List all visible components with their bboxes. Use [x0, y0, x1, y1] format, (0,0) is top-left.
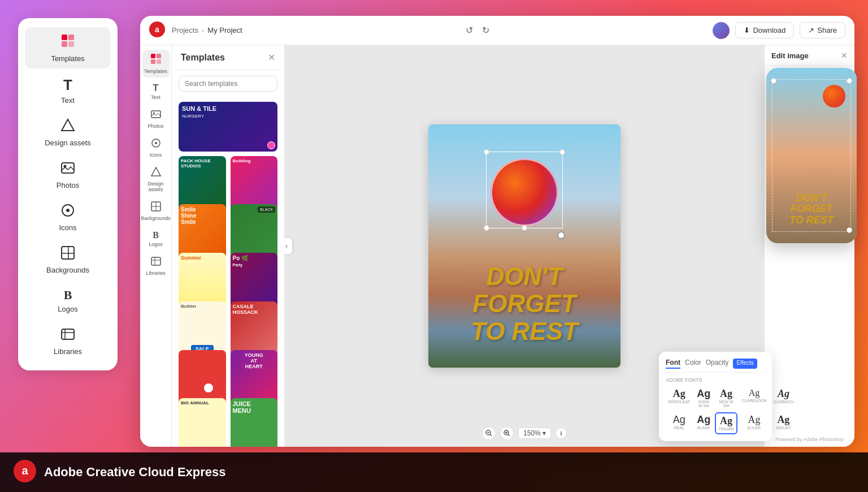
- rotate-handle[interactable]: [557, 231, 565, 239]
- zoom-level-display[interactable]: 150% ▾: [518, 428, 551, 439]
- nav-backgrounds[interactable]: Backgrounds: [142, 198, 170, 225]
- photos-icon: [60, 161, 75, 179]
- font-name-4: SLIMBACH: [773, 400, 793, 404]
- nav-design-assets-icon: [151, 167, 161, 180]
- sidebar-item-backgrounds[interactable]: Backgrounds: [25, 240, 111, 280]
- font-name-2: NEW W SM: [717, 400, 735, 408]
- font-sample-3: Ag: [749, 389, 760, 398]
- tab-opacity[interactable]: Opacity: [706, 359, 729, 369]
- font-name-9: SINLAIT: [776, 426, 791, 430]
- nav-logos[interactable]: B Logos: [142, 227, 170, 251]
- selection-box: [486, 152, 563, 228]
- download-label: Download: [753, 26, 785, 34]
- nav-design-assets[interactable]: Design assets: [142, 163, 170, 196]
- font-name-1: SUNN W SM: [697, 400, 710, 408]
- template-item-sun-tile[interactable]: SUN & TILENURSERY: [179, 102, 277, 152]
- svg-marker-4: [62, 119, 74, 131]
- undo-button[interactable]: ↺: [462, 23, 476, 38]
- powered-by-text: Powered by Adobe Photoshop: [775, 437, 844, 442]
- nav-photos[interactable]: Photos: [142, 106, 170, 132]
- phone-screen: DON'TFORGETTO REST: [766, 68, 857, 243]
- expand-panel-button[interactable]: ›: [281, 238, 292, 254]
- font-item-6[interactable]: Ag BLANK: [695, 412, 713, 434]
- avatar: [713, 22, 730, 39]
- handle-top-left[interactable]: [484, 149, 489, 155]
- canvas-text-line1: DON'T: [471, 263, 578, 290]
- tab-effects[interactable]: Effects: [733, 359, 757, 369]
- nav-templates-label: Templates: [144, 68, 167, 74]
- download-button[interactable]: ⬇ Download: [735, 22, 794, 38]
- phone-handle-br: [847, 227, 852, 233]
- nav-icons-label: Icons: [150, 152, 162, 158]
- template-grid: SUN & TILENURSERY PACK HOUSE STUDIOS Bui…: [172, 97, 284, 447]
- font-item-3[interactable]: Ag CLARENDON: [740, 386, 769, 410]
- sidebar-logos-label: Logos: [58, 305, 77, 313]
- font-item-5[interactable]: Ag REAL: [666, 412, 692, 434]
- nav-libraries-icon: [151, 256, 161, 269]
- sidebar-item-photos[interactable]: Photos: [25, 155, 111, 195]
- breadcrumb-projects[interactable]: Projects: [172, 26, 198, 34]
- breadcrumb: Projects › My Project: [172, 26, 242, 34]
- sidebar-libraries-label: Libraries: [54, 347, 82, 356]
- zoom-out-button[interactable]: [482, 426, 496, 440]
- tab-color[interactable]: Color: [685, 359, 701, 369]
- font-item-0[interactable]: Ag DRIEDLEAF: [666, 386, 692, 410]
- font-item-1[interactable]: Ag SUNN W SM: [695, 386, 713, 410]
- share-button[interactable]: ↗ Share: [800, 22, 845, 38]
- info-button[interactable]: i: [555, 428, 567, 439]
- sidebar-item-logos[interactable]: B Logos: [25, 282, 111, 319]
- sidebar-text-label: Text: [61, 96, 75, 105]
- nav-photos-label: Photos: [147, 123, 163, 129]
- nav-text[interactable]: T Text: [142, 80, 170, 103]
- edit-image-header: Edit image ✕: [765, 45, 854, 66]
- font-item-8[interactable]: Ag EULER: [740, 412, 769, 434]
- left-sidebar: Templates T Text Design assets Photos: [18, 18, 118, 370]
- sidebar-item-libraries[interactable]: Libraries: [25, 321, 111, 361]
- svg-text:a: a: [155, 25, 159, 34]
- search-input[interactable]: [179, 76, 277, 92]
- nav-libraries[interactable]: Libraries: [142, 253, 170, 279]
- share-label: Share: [817, 26, 837, 34]
- sidebar-item-design-assets[interactable]: Design assets: [25, 113, 111, 153]
- sidebar-photos-label: Photos: [57, 181, 79, 189]
- redo-button[interactable]: ↻: [479, 23, 493, 38]
- canvas-zoom-controls: 150% ▾ i: [482, 426, 567, 440]
- zoom-in-button[interactable]: [500, 426, 514, 440]
- svg-rect-29: [151, 257, 160, 265]
- svg-line-33: [490, 434, 492, 436]
- nav-templates[interactable]: Templates: [142, 50, 170, 77]
- nav-libraries-label: Libraries: [146, 270, 166, 276]
- sidebar-item-templates[interactable]: Templates: [25, 27, 111, 68]
- svg-rect-18: [157, 54, 161, 58]
- edit-image-close-button[interactable]: ✕: [841, 51, 848, 60]
- font-item-7[interactable]: Ag TRAJAN: [715, 412, 737, 434]
- panel-header: Templates ✕: [172, 45, 284, 70]
- handle-bottom-left[interactable]: [484, 225, 489, 231]
- template-item-juice-menu[interactable]: JUICEMENU: [231, 398, 278, 447]
- powered-by: Powered by Adobe Photoshop: [775, 437, 844, 442]
- text-icon: T: [63, 76, 72, 94]
- svg-point-8: [66, 209, 70, 212]
- phone-mockup: DON'TFORGETTO REST: [766, 68, 857, 243]
- handle-bottom-middle[interactable]: [522, 225, 527, 231]
- tab-font[interactable]: Font: [666, 359, 680, 369]
- template-item-big-annual[interactable]: BIG ANNUAL: [179, 398, 226, 447]
- font-tabs: Font Color Opacity Effects: [666, 359, 765, 373]
- font-sample-9: Ag: [777, 415, 789, 425]
- sidebar-item-text[interactable]: T Text: [25, 71, 111, 110]
- font-item-2[interactable]: Ag NEW W SM: [715, 386, 737, 410]
- svg-rect-1: [68, 34, 74, 40]
- canvas-design-text: DON'T FORGET TO REST: [471, 263, 578, 345]
- font-item-4[interactable]: Ag SLIMBACH: [771, 386, 796, 410]
- panel-close-button[interactable]: ✕: [268, 52, 275, 63]
- nav-logos-label: Logos: [149, 241, 163, 247]
- nav-icons[interactable]: Icons: [142, 135, 170, 161]
- icons-icon: [60, 203, 75, 221]
- zoom-level-value: 150%: [523, 429, 541, 437]
- sidebar-item-icons[interactable]: Icons: [25, 197, 111, 238]
- font-sample-8: Ag: [748, 415, 761, 425]
- handle-top-right[interactable]: [559, 149, 565, 155]
- svg-rect-17: [151, 54, 155, 58]
- font-brand-label: ADOBE FONTS: [666, 377, 765, 383]
- font-item-9[interactable]: Ag SINLAIT: [771, 412, 796, 434]
